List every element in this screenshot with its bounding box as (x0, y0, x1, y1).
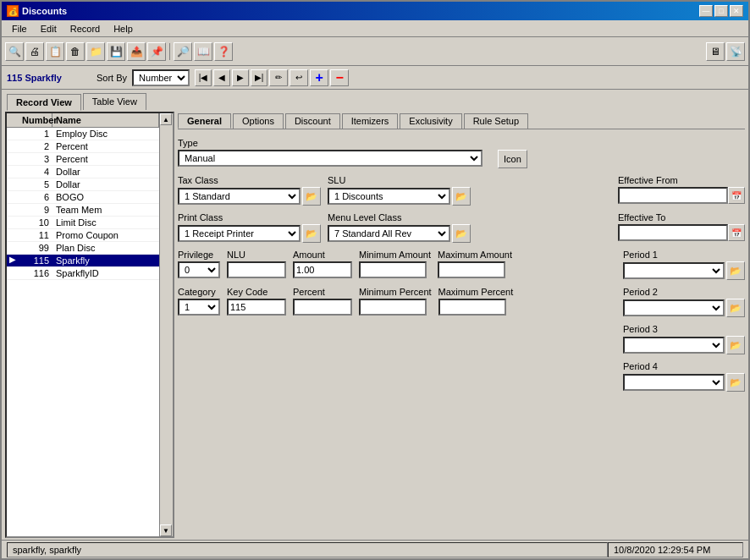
list-cell-name: Limit Disc (52, 217, 159, 228)
list-row[interactable]: 1Employ Disc (7, 128, 159, 140)
list-cell-number: 5 (19, 178, 52, 190)
nav-next-button[interactable]: ▶ (232, 69, 249, 86)
list-cell-name: Sparkfly (52, 255, 159, 266)
max-percent-field-group: Maximum Percent (438, 287, 514, 317)
period4-select[interactable] (623, 374, 725, 391)
list-row[interactable]: 99Plan Disc (7, 242, 159, 255)
title-bar-left: 💰 Discounts (7, 5, 67, 17)
effective-from-cal-btn[interactable]: 📅 (728, 187, 745, 204)
list-body: 1Employ Disc2Percent3Percent4Dollar5Doll… (7, 128, 159, 536)
toolbar-btn-book[interactable]: 📖 (194, 42, 212, 61)
max-amount-input[interactable] (438, 261, 505, 278)
close-button[interactable]: ✕ (730, 5, 743, 17)
nav-undo-button[interactable]: ↩ (290, 69, 308, 86)
tab-record-view[interactable]: Record View (7, 94, 81, 111)
toolbar-btn-network[interactable]: 📡 (726, 42, 745, 61)
toolbar-btn-delete[interactable]: 🗑 (66, 42, 85, 61)
tax-class-browse-btn[interactable]: 📂 (302, 187, 321, 206)
icon-button[interactable]: Icon (498, 150, 527, 168)
list-row[interactable]: 2Percent (7, 140, 159, 153)
type-row: Type Manual Percent Dollar Open Percent … (178, 136, 745, 168)
period2-select[interactable] (623, 299, 725, 316)
tab-discount[interactable]: Discount (285, 113, 340, 129)
effective-from-input[interactable] (618, 187, 728, 204)
list-row[interactable]: 9Team Mem (7, 204, 159, 217)
list-row[interactable]: 5Dollar (7, 178, 159, 191)
list-row[interactable]: ▶115Sparkfly (7, 255, 159, 267)
min-amount-label: Minimum Amount (359, 250, 431, 260)
period3-browse-btn[interactable]: 📂 (726, 336, 745, 354)
key-code-input[interactable] (227, 299, 286, 316)
toolbar-btn-help[interactable]: ❓ (214, 42, 233, 61)
tax-class-select[interactable]: 1 Standard 2 Food Tax 3 Beverage (178, 188, 301, 205)
period2-browse-btn[interactable]: 📂 (726, 299, 745, 317)
list-row[interactable]: 11Promo Coupon (7, 229, 159, 242)
toolbar-btn-monitor[interactable]: 🖥 (706, 42, 725, 61)
scroll-up-btn[interactable]: ▲ (160, 113, 172, 125)
max-percent-input[interactable] (438, 299, 506, 316)
tab-rule-setup[interactable]: Rule Setup (464, 113, 528, 129)
tab-options[interactable]: Options (233, 113, 284, 129)
list-row[interactable]: 4Dollar (7, 166, 159, 178)
print-class-browse-btn[interactable]: 📂 (302, 224, 321, 243)
period4-browse-btn[interactable]: 📂 (726, 373, 745, 392)
toolbar-btn-1[interactable]: 🔍 (5, 42, 24, 61)
list-row[interactable]: 116SparkflyID (7, 267, 159, 280)
minimize-button[interactable]: — (699, 5, 713, 17)
period3-label: Period 3 (623, 324, 745, 334)
scroll-down-btn[interactable]: ▼ (160, 524, 172, 536)
tab-itemizers[interactable]: Itemizers (342, 113, 399, 129)
nlu-input[interactable] (227, 261, 286, 278)
menu-level-browse-btn[interactable]: 📂 (452, 224, 471, 243)
toolbar-btn-export[interactable]: 📤 (127, 42, 146, 61)
period3-select[interactable] (623, 337, 725, 354)
period2-label: Period 2 (623, 287, 745, 297)
privilege-field-group: Privilege 0123 (178, 250, 220, 280)
menu-record[interactable]: Record (63, 22, 107, 36)
toolbar-btn-save[interactable]: 💾 (107, 42, 125, 61)
min-amount-input[interactable] (359, 261, 427, 278)
nav-prev-button[interactable]: ◀ (213, 69, 230, 86)
effective-to-cal-btn[interactable]: 📅 (728, 224, 745, 241)
sort-by-select[interactable]: Number Name (132, 69, 190, 86)
slu-browse-btn[interactable]: 📂 (452, 187, 471, 206)
slu-select[interactable]: 1 Discounts 2 Coupons (328, 188, 450, 205)
menu-edit[interactable]: Edit (34, 22, 63, 36)
tab-general[interactable]: General (178, 113, 231, 129)
amount-input[interactable] (293, 261, 352, 278)
menu-level-select[interactable]: 7 Standard All Rev 1 Standard 2 Bar (328, 225, 450, 242)
type-select[interactable]: Manual Percent Dollar Open Percent Open … (178, 150, 483, 167)
print-class-select[interactable]: 1 Receipt Printer 2 Remote Printer (178, 225, 301, 242)
menu-file[interactable]: File (5, 22, 34, 36)
toolbar-btn-open[interactable]: 📁 (86, 42, 105, 61)
nav-add-button[interactable]: + (310, 69, 328, 86)
tab-table-view[interactable]: Table View (83, 93, 146, 110)
list-cell-name: Team Mem (52, 204, 159, 216)
maximize-button[interactable]: □ (714, 5, 728, 17)
inner-tabs: General Options Discount Itemizers Exclu… (178, 113, 745, 129)
menu-help[interactable]: Help (107, 22, 140, 36)
category-select[interactable]: 123 (178, 299, 220, 316)
effective-to-input[interactable] (618, 224, 728, 241)
toolbar-btn-pin[interactable]: 📌 (147, 42, 166, 61)
toolbar-btn-find[interactable]: 🔎 (174, 42, 192, 61)
print-class-label: Print Class (178, 212, 321, 222)
percent-input[interactable] (293, 299, 352, 316)
nav-last-button[interactable]: ▶| (251, 69, 267, 86)
period1-browse-btn[interactable]: 📂 (726, 261, 745, 280)
toolbar-sep-1 (169, 43, 170, 60)
toolbar-btn-copy[interactable]: 📋 (46, 42, 64, 61)
list-scrollbar[interactable]: ▲ ▼ (159, 113, 173, 536)
min-percent-input[interactable] (359, 299, 427, 316)
toolbar-btn-2[interactable]: 🖨 (25, 42, 44, 61)
privilege-select[interactable]: 0123 (178, 261, 220, 278)
list-row[interactable]: 3Percent (7, 153, 159, 166)
nav-first-button[interactable]: |◀ (195, 69, 212, 86)
tab-exclusivity[interactable]: Exclusivity (400, 113, 461, 129)
nav-remove-button[interactable]: − (330, 69, 349, 86)
list-row[interactable]: 10Limit Disc (7, 217, 159, 229)
period1-select[interactable] (623, 262, 725, 279)
nav-edit-button[interactable]: ✏ (269, 69, 288, 86)
list-row[interactable]: 6BOGO (7, 191, 159, 204)
tax-class-label: Tax Class (178, 175, 321, 185)
